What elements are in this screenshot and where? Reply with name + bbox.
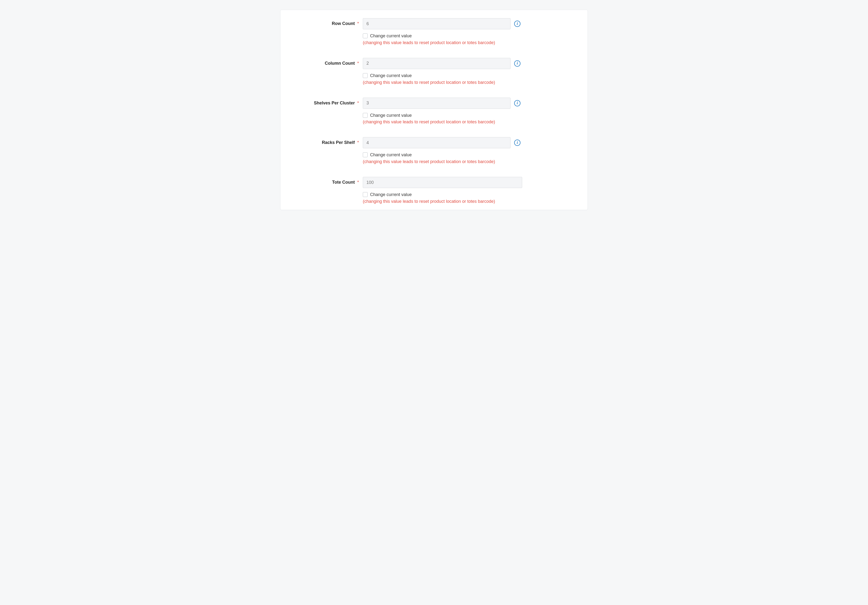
field-column-count: Column Count* i Change current value (ch…: [290, 58, 578, 86]
info-icon[interactable]: i: [514, 20, 521, 27]
shelves-per-cluster-warning: (changing this value leads to reset prod…: [363, 119, 495, 126]
racks-per-shelf-input[interactable]: [363, 137, 510, 148]
tote-count-warning: (changing this value leads to reset prod…: [363, 198, 495, 205]
tote-count-change-label: Change current value: [370, 191, 412, 198]
info-icon[interactable]: i: [514, 60, 521, 67]
required-mark: *: [357, 61, 359, 66]
column-count-label: Column Count*: [290, 58, 363, 67]
required-mark: *: [357, 21, 359, 26]
racks-per-shelf-change-label: Change current value: [370, 152, 412, 158]
racks-per-shelf-warning: (changing this value leads to reset prod…: [363, 158, 495, 165]
tote-count-input[interactable]: [363, 177, 522, 188]
column-count-warning: (changing this value leads to reset prod…: [363, 79, 495, 86]
shelves-per-cluster-change-label: Change current value: [370, 112, 412, 119]
tote-count-change-checkbox[interactable]: [363, 192, 367, 197]
column-count-change-label: Change current value: [370, 73, 412, 79]
tote-count-label: Tote Count*: [290, 177, 363, 185]
column-count-change-checkbox[interactable]: [363, 73, 367, 78]
required-mark: *: [357, 101, 359, 105]
shelves-per-cluster-input[interactable]: [363, 98, 510, 109]
field-shelves-per-cluster: Shelves Per Cluster* i Change current va…: [290, 98, 578, 126]
row-count-change-label: Change current value: [370, 33, 412, 39]
racks-per-shelf-change-checkbox[interactable]: [363, 152, 367, 157]
racks-per-shelf-label: Racks Per Shelf*: [290, 137, 363, 146]
row-count-change-checkbox[interactable]: [363, 33, 367, 38]
field-tote-count: Tote Count* Change current value (changi…: [290, 177, 578, 205]
info-icon[interactable]: i: [514, 140, 521, 146]
required-mark: *: [357, 140, 359, 145]
required-mark: *: [357, 180, 359, 185]
column-count-input[interactable]: [363, 58, 510, 69]
row-count-warning: (changing this value leads to reset prod…: [363, 39, 495, 46]
row-count-input[interactable]: [363, 18, 510, 29]
shelves-per-cluster-label: Shelves Per Cluster*: [290, 98, 363, 106]
row-count-label: Row Count*: [290, 18, 363, 26]
settings-card: Row Count* i Change current value (chang…: [280, 10, 588, 210]
info-icon[interactable]: i: [514, 100, 521, 106]
field-row-count: Row Count* i Change current value (chang…: [290, 18, 578, 46]
shelves-per-cluster-change-checkbox[interactable]: [363, 113, 367, 118]
field-racks-per-shelf: Racks Per Shelf* i Change current value …: [290, 137, 578, 165]
